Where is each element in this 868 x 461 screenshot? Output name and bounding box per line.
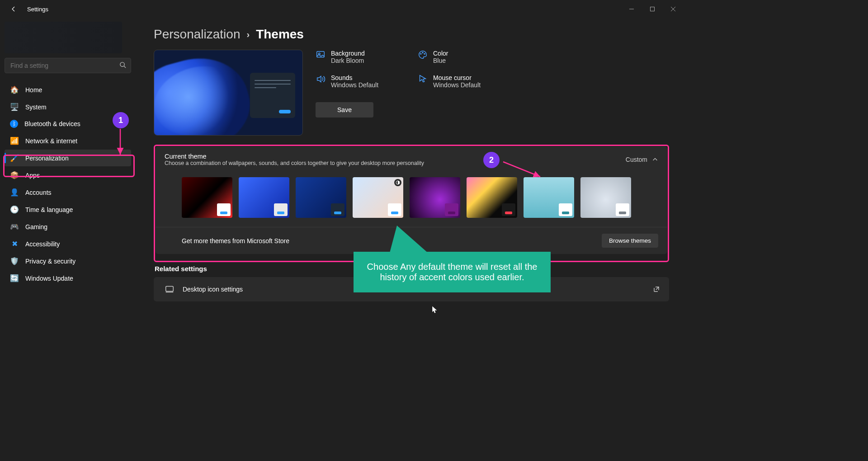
panel-title: Current theme <box>165 153 424 160</box>
nav-icon: 👤 <box>10 188 19 197</box>
close-icon <box>670 6 676 12</box>
meta-label: Sounds <box>331 74 378 81</box>
cursor-icon <box>418 74 428 84</box>
breadcrumb-current: Themes <box>256 27 304 42</box>
nav-icon: 🛡️ <box>10 257 19 265</box>
theme-thumbnail[interactable] <box>239 177 289 218</box>
breadcrumb-parent[interactable]: Personalization <box>154 27 240 42</box>
nav-icon: 🕒 <box>10 205 19 214</box>
nav-icon: 🏠 <box>10 85 19 94</box>
search-box[interactable] <box>5 58 131 73</box>
sidebar-item-windows-update[interactable]: 🔄Windows Update <box>5 270 131 287</box>
meta-label: Background <box>331 50 365 57</box>
meta-sounds[interactable]: Sounds Windows Default <box>316 74 410 89</box>
nav-icon: 🖌️ <box>10 154 19 162</box>
meta-value: Windows Default <box>331 81 378 89</box>
save-button[interactable]: Save <box>316 102 373 118</box>
nav-label: Time & language <box>25 206 73 213</box>
nav-label: Gaming <box>25 223 47 230</box>
nav-label: Home <box>25 86 42 94</box>
sidebar-item-gaming[interactable]: 🎮Gaming <box>5 218 131 235</box>
annotation-marker-1: 1 <box>113 112 129 128</box>
svg-point-10 <box>424 53 425 54</box>
nav-label: Apps <box>25 172 40 179</box>
svg-point-4 <box>120 62 124 66</box>
nav-label: Privacy & security <box>25 258 75 265</box>
window-title: Settings <box>27 6 48 13</box>
browse-themes-button[interactable]: Browse themes <box>602 234 658 248</box>
sidebar-item-bluetooth-devices[interactable]: ᛒBluetooth & devices <box>5 116 131 132</box>
nav-icon: 📶 <box>10 136 19 145</box>
sidebar-item-accounts[interactable]: 👤Accounts <box>5 184 131 201</box>
meta-color[interactable]: Color Blue <box>418 50 513 64</box>
nav-list: 🏠Home🖥️SystemᛒBluetooth & devices📶Networ… <box>5 81 131 287</box>
meta-value: Windows Default <box>433 81 481 89</box>
meta-background[interactable]: Background Dark Bloom <box>316 50 410 64</box>
nav-icon: ✖ <box>10 240 19 248</box>
theme-thumbnail[interactable] <box>296 177 346 218</box>
minimize-icon <box>629 6 634 12</box>
sidebar-item-system[interactable]: 🖥️System <box>5 99 131 115</box>
svg-rect-12 <box>166 287 174 292</box>
sidebar-item-network-internet[interactable]: 📶Network & internet <box>5 132 131 149</box>
nav-label: Network & internet <box>25 137 77 145</box>
annotation-callout: Choose Any default theme will reset all … <box>354 252 551 292</box>
sidebar-item-home[interactable]: 🏠Home <box>5 81 131 98</box>
theme-status: Custom <box>626 156 647 163</box>
open-external-icon <box>653 286 660 293</box>
chevron-right-icon: › <box>246 29 250 40</box>
sidebar-item-personalization[interactable]: 🖌️Personalization <box>5 150 131 166</box>
chevron-up-icon <box>652 156 658 163</box>
sound-icon <box>316 74 326 84</box>
theme-thumbnail[interactable] <box>353 177 403 218</box>
nav-label: System <box>25 103 47 111</box>
maximize-icon <box>650 6 655 12</box>
maximize-button[interactable] <box>642 2 663 16</box>
arrow-left-icon <box>10 5 17 13</box>
nav-label: Accessibility <box>25 240 60 248</box>
annotation-callout-tail <box>390 226 428 253</box>
theme-thumbnail[interactable] <box>524 177 574 218</box>
search-input[interactable] <box>9 61 119 70</box>
sidebar-item-accessibility[interactable]: ✖Accessibility <box>5 235 131 252</box>
sidebar-item-privacy-security[interactable]: 🛡️Privacy & security <box>5 253 131 269</box>
breadcrumb: Personalization › Themes <box>154 27 669 42</box>
sidebar-item-time-language[interactable]: 🕒Time & language <box>5 201 131 218</box>
theme-thumbnail[interactable] <box>410 177 460 218</box>
svg-point-9 <box>422 52 423 53</box>
meta-value: Dark Bloom <box>331 57 365 64</box>
palette-icon <box>418 50 428 60</box>
panel-desc: Choose a combination of wallpapers, soun… <box>165 160 424 166</box>
minimize-button[interactable] <box>621 2 642 16</box>
nav-label: Accounts <box>25 189 52 196</box>
theme-thumbnail[interactable] <box>182 177 232 218</box>
account-card[interactable] <box>5 22 122 53</box>
preview-window <box>250 73 295 118</box>
desktop-icon <box>165 284 175 294</box>
nav-icon: ᛒ <box>10 120 18 128</box>
titlebar: Settings <box>0 0 687 18</box>
search-icon <box>119 61 126 70</box>
nav-label: Personalization <box>25 155 69 162</box>
theme-thumbnail[interactable] <box>467 177 517 218</box>
theme-thumbnail[interactable] <box>580 177 631 218</box>
meta-label: Mouse cursor <box>433 74 481 81</box>
nav-icon: 📦 <box>10 171 19 179</box>
svg-point-8 <box>420 53 421 54</box>
panel-header[interactable]: Current theme Choose a combination of wa… <box>156 146 667 170</box>
nav-icon: 🖥️ <box>10 103 19 111</box>
store-text: Get more themes from Microsoft Store <box>182 237 289 245</box>
close-button[interactable] <box>663 2 684 16</box>
sidebar: 🏠Home🖥️SystemᛒBluetooth & devices📶Networ… <box>0 18 136 461</box>
back-button[interactable] <box>7 3 20 15</box>
nav-icon: 🎮 <box>10 222 19 231</box>
meta-value: Blue <box>433 57 448 64</box>
svg-line-5 <box>124 66 126 68</box>
sidebar-item-apps[interactable]: 📦Apps <box>5 167 131 183</box>
svg-rect-1 <box>651 7 655 11</box>
nav-icon: 🔄 <box>10 274 19 282</box>
meta-label: Color <box>433 50 448 57</box>
meta-cursor[interactable]: Mouse cursor Windows Default <box>418 74 513 89</box>
image-icon <box>316 50 326 60</box>
theme-grid <box>156 170 667 227</box>
